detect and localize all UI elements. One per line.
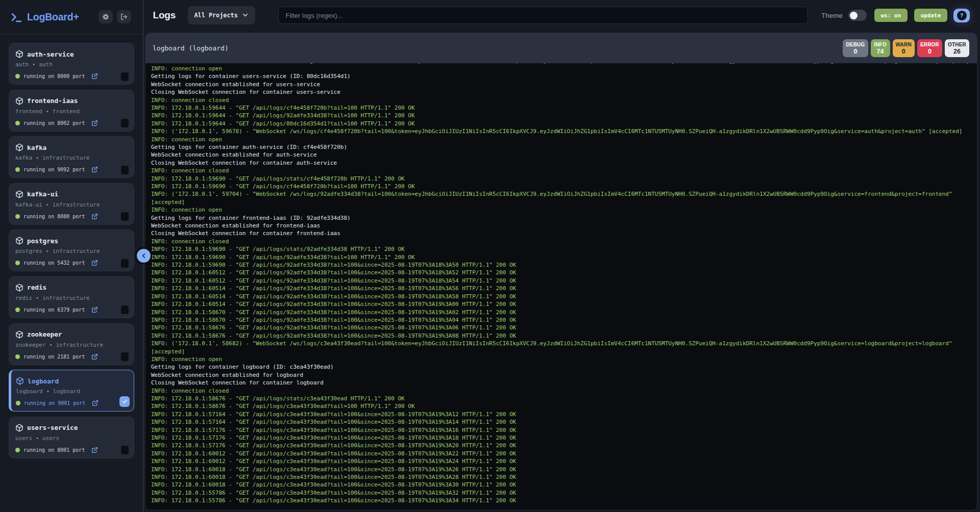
service-name: auth-service [27, 50, 74, 58]
level-badge-debug[interactable]: DEBUG 0 [843, 39, 868, 57]
service-card-kafka-ui[interactable]: kafka-ui kafka-ui • infrastructure runni… [9, 183, 134, 225]
sidebar: LogBoard+ auth-service auth • auth runni… [0, 0, 143, 512]
main-area: Logs All Projects Theme ws: on update ? … [144, 0, 980, 512]
service-subtitle: postgres • infrastructure [15, 248, 128, 255]
level-badge-error[interactable]: ERROR 0 [917, 39, 942, 57]
service-card-title-row: redis [15, 284, 128, 292]
service-card-title-row: users-service [15, 424, 128, 432]
log-line: INFO: 172.18.0.1:59644 - "GET /api/logs/… [151, 112, 971, 119]
service-card-redis[interactable]: redis redis • infrastructure running on … [9, 276, 134, 318]
service-subtitle: kafka • infrastructure [15, 155, 128, 162]
package-icon [15, 424, 23, 432]
sidebar-collapse-button[interactable] [137, 249, 151, 263]
service-checkbox[interactable] [120, 305, 129, 315]
log-line: INFO: connection open [151, 355, 971, 363]
service-status: running on 6379 port [23, 307, 85, 313]
external-link-icon[interactable] [91, 353, 98, 360]
package-icon [16, 377, 24, 385]
check-icon [122, 399, 128, 404]
service-status: running on 9092 port [23, 167, 85, 172]
service-status-row: running on 8001 port [15, 445, 128, 454]
log-line: INFO: 172.18.0.1:60514 - "GET /api/logs/… [151, 285, 971, 292]
service-status-row: running on 5432 port [15, 259, 128, 268]
status-dot [16, 401, 20, 405]
service-name: frontend-iaas [27, 97, 78, 105]
log-line: Getting logs for container users-service… [151, 72, 971, 80]
service-card-title-row: postgres [15, 237, 128, 245]
log-line: WebSocket connection established for log… [151, 371, 971, 379]
service-status-row: running on 8002 port [15, 118, 128, 127]
log-line: INFO: 172.18.0.1:59644 - "GET /api/logs/… [151, 120, 971, 127]
log-line: INFO: 172.18.0.1:60012 - "GET /api/logs/… [151, 457, 971, 465]
level-badge-info[interactable]: INFO 74 [871, 39, 890, 57]
service-card-zookeeper[interactable]: zookeeper zookeeper • infrastructure run… [9, 323, 134, 365]
service-card-logboard[interactable]: logboard logboard • logboard running on … [9, 370, 134, 412]
service-card-users-service[interactable]: users-service users • users running on 8… [9, 417, 134, 458]
service-name: logboard [28, 377, 59, 385]
external-link-icon[interactable] [91, 306, 98, 313]
service-checkbox[interactable] [120, 259, 129, 268]
service-list: auth-service auth • auth running on 8000… [0, 34, 143, 458]
service-card-title-row: auth-service [15, 50, 128, 58]
external-link-icon[interactable] [91, 166, 98, 173]
status-dot [15, 354, 20, 359]
service-status: running on 5432 port [23, 260, 85, 266]
log-line: WebSocket connection established for aut… [151, 151, 971, 159]
service-checkbox[interactable] [120, 118, 129, 128]
package-icon [15, 237, 23, 245]
service-checkbox[interactable] [120, 445, 129, 455]
log-panel-header: logboard (logboard) DEBUG 0 INFO 74 WARN… [145, 33, 977, 63]
service-status: running on 9001 port [24, 400, 85, 406]
service-card-frontend-iaas[interactable]: frontend-iaas frontend • frontend runnin… [9, 90, 134, 132]
service-card-kafka[interactable]: kafka kafka • infrastructure running on … [9, 136, 134, 178]
level-badge-other[interactable]: OTHER 26 [945, 39, 969, 57]
settings-button[interactable] [99, 10, 113, 23]
theme-toggle[interactable] [848, 10, 867, 21]
service-status-row: running on 2181 port [15, 352, 128, 361]
log-view[interactable]: INFO: ('172.18.0.1', 59662) - "WebSocket… [145, 63, 977, 510]
project-selector[interactable]: All Projects [188, 6, 255, 24]
update-button[interactable]: update [914, 9, 947, 22]
chevron-left-icon [140, 252, 148, 260]
external-link-icon[interactable] [91, 120, 98, 126]
service-checkbox[interactable] [120, 72, 129, 82]
logout-button[interactable] [117, 10, 131, 23]
log-line: INFO: ('172.18.0.1', 59704) - "WebSocket… [151, 190, 971, 206]
external-link-icon[interactable] [91, 447, 98, 453]
level-badge-warn[interactable]: WARN 0 [893, 39, 915, 57]
log-line: INFO: 172.18.0.1:59690 - "GET /api/logs/… [151, 175, 971, 183]
log-line: INFO: 172.18.0.1:58676 - "GET /api/logs/… [151, 332, 971, 340]
external-link-icon[interactable] [91, 260, 98, 266]
log-line: INFO: 172.18.0.1:58676 - "GET /api/logs/… [151, 324, 971, 331]
app-logo: LogBoard+ [10, 10, 79, 24]
log-line: INFO: 172.18.0.1:57176 - "GET /api/logs/… [151, 434, 971, 442]
log-line: Closing WebSocket connection for contain… [151, 379, 971, 387]
level-badge-label: OTHER [948, 41, 966, 48]
service-checkbox[interactable] [120, 212, 129, 221]
service-card-title-row: zookeeper [15, 330, 128, 339]
status-dot [15, 121, 20, 125]
log-line: INFO: 172.18.0.1:60512 - "GET /api/logs/… [151, 269, 971, 276]
log-line: WebSocket connection established for use… [151, 81, 971, 88]
external-link-icon[interactable] [91, 73, 98, 80]
service-checkbox[interactable] [119, 396, 130, 407]
external-link-icon[interactable] [91, 213, 98, 220]
log-line: INFO: 172.18.0.1:60018 - "GET /api/logs/… [151, 466, 971, 473]
external-link-icon[interactable] [92, 400, 99, 406]
service-name: kafka [27, 144, 46, 151]
level-badge-value: 0 [920, 48, 939, 55]
service-card-postgres[interactable]: postgres postgres • infrastructure runni… [9, 229, 134, 271]
service-status: running on 8080 port [23, 214, 85, 219]
help-button[interactable]: ? [953, 9, 970, 22]
log-line: INFO: 172.18.0.1:60514 - "GET /api/logs/… [151, 300, 971, 308]
status-dot [15, 261, 20, 265]
theme-label: Theme [821, 12, 843, 19]
filter-input[interactable] [278, 7, 808, 24]
service-checkbox[interactable] [120, 352, 129, 362]
status-dot [15, 214, 20, 219]
service-checkbox[interactable] [120, 165, 129, 175]
topbar-right-group: Theme ws: on update ? [821, 0, 970, 31]
level-badge-value: 26 [948, 48, 966, 55]
project-selector-value: All Projects [194, 12, 238, 19]
service-card-auth-service[interactable]: auth-service auth • auth running on 8000… [9, 43, 134, 85]
